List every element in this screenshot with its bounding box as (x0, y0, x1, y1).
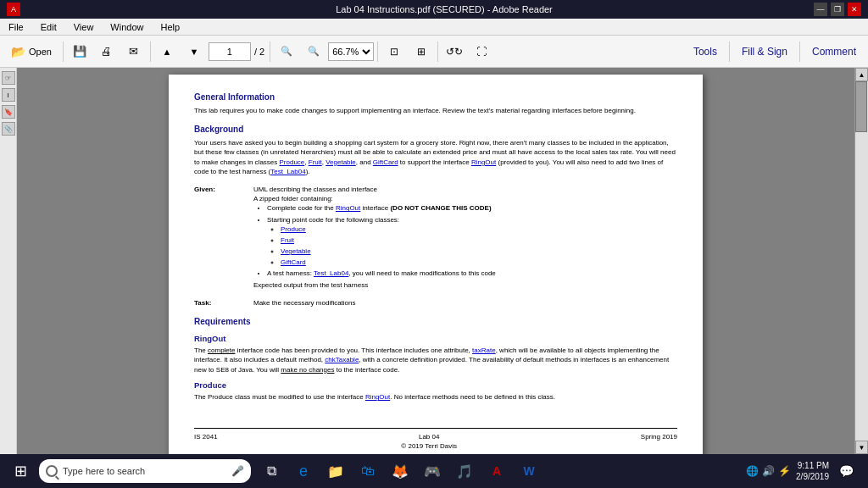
produce-link[interactable]: Produce (280, 158, 305, 166)
zoom-select[interactable]: 66.7% (328, 42, 374, 61)
giftcard-link[interactable]: GiftCard (373, 158, 398, 166)
zoom-out-button[interactable]: 🔍 (274, 39, 299, 64)
given-content: UML describing the classes and interface… (253, 185, 677, 290)
vertical-scrollbar[interactable]: ▲ ▼ (854, 68, 868, 454)
given-list: Complete code for the RingOut interface … (253, 203, 677, 278)
music-icon[interactable]: 🎵 (449, 456, 480, 486)
scroll-up-button[interactable]: ▲ (855, 68, 868, 81)
start-button[interactable]: ⊞ (3, 456, 37, 486)
ringout-link[interactable]: RingOut (471, 158, 496, 166)
background-section: Background Your users have asked you to … (194, 124, 677, 176)
given-testharness-item: A test harness: Test_Lab04, you will nee… (267, 269, 677, 278)
edge-icon[interactable]: e (288, 456, 319, 486)
taskbar: ⊞ Type here to search 🎤 ⧉ e 📁 🛍 🦊 🎮 🎵 A … (0, 454, 868, 488)
produce-ringout-link[interactable]: RingOut (365, 393, 390, 401)
close-button[interactable]: ✕ (848, 3, 861, 16)
system-clock[interactable]: 9:11 PM 2/9/2019 (796, 460, 829, 482)
firefox-icon[interactable]: 🦊 (385, 456, 415, 486)
pdf-page: General Information This lab requires yo… (169, 75, 703, 454)
toolbar-separator-5 (437, 42, 438, 62)
task-view-button[interactable]: ⧉ (256, 456, 287, 486)
chktaxable-link[interactable]: chkTaxable (325, 356, 359, 363)
given-testlab-link[interactable]: Test_Lab04 (314, 269, 348, 277)
menu-file[interactable]: File (3, 20, 29, 34)
produce-paragraph: The Produce class must be modified to us… (194, 392, 677, 402)
taskbar-icons-group: ⧉ e 📁 🛍 🦊 🎮 🎵 A W (256, 456, 544, 486)
toolbar-separator-3 (270, 42, 270, 62)
taxrate-link[interactable]: taxRate (472, 347, 496, 354)
attach-tool[interactable]: 📎 (2, 122, 15, 136)
fullscreen-button[interactable]: ⛶ (469, 39, 494, 64)
save-button[interactable]: 💾 (67, 39, 92, 64)
microphone-icon[interactable]: 🎤 (231, 465, 244, 477)
print-button[interactable]: 🖨 (94, 39, 120, 64)
prev-page-button[interactable]: ▲ (154, 39, 180, 64)
scroll-track[interactable] (855, 81, 868, 441)
background-paragraph: Your users have asked you to begin build… (194, 138, 677, 176)
file-explorer-icon[interactable]: 📁 (320, 456, 351, 486)
store-icon[interactable]: 🛍 (353, 456, 383, 486)
search-placeholder-text: Type here to search (63, 466, 226, 476)
pdf-wrapper: General Information This lab requires yo… (17, 68, 854, 454)
volume-icon[interactable]: 🔊 (762, 465, 775, 477)
network-icon[interactable]: 🌐 (746, 465, 759, 477)
clock-date: 2/9/2019 (796, 471, 829, 482)
word-icon[interactable]: W (514, 456, 544, 486)
rotate-button[interactable]: ↺↻ (442, 39, 467, 64)
ringout-nochanges: make no changes (281, 366, 334, 374)
fit-width-button[interactable]: ⊞ (409, 39, 434, 64)
zoom-in-button[interactable]: 🔍 (301, 39, 326, 64)
vegetable-link[interactable]: Vegetable (326, 158, 356, 166)
background-title: Background (194, 124, 677, 136)
email-button[interactable]: ✉ (121, 39, 147, 64)
produce-text-1: The Produce class must be modified to us… (194, 393, 365, 401)
left-panel: ☞ I 🔖 📎 (0, 68, 17, 454)
tools-button[interactable]: Tools (685, 42, 726, 62)
menu-window[interactable]: Window (105, 20, 148, 34)
fit-page-button[interactable]: ⊡ (381, 39, 407, 64)
window-title: Lab 04 Instructions.pdf (SECURED) - Adob… (75, 4, 814, 14)
ringout-text-2: interface code has been provided to you.… (235, 347, 472, 354)
steam-icon[interactable]: 🎮 (417, 456, 448, 486)
produce-text-2: . No interface methods need to be define… (390, 393, 555, 401)
bookmark-tool[interactable]: 🔖 (2, 105, 15, 119)
battery-icon[interactable]: ⚡ (778, 465, 791, 477)
general-info-text: This lab requires you to make code chang… (194, 106, 677, 115)
hand-tool[interactable]: ☞ (2, 71, 15, 85)
menu-bar: File Edit View Window Help (0, 19, 868, 36)
given-sublist: Produce Fruit Vegetable GiftCard (267, 225, 677, 268)
given-bullet-2: Starting point code for the following cl… (267, 216, 399, 224)
minimize-button[interactable]: — (814, 3, 827, 16)
testlab-link[interactable]: Test_Lab04 (270, 168, 305, 175)
menu-help[interactable]: Help (155, 20, 185, 34)
next-page-button[interactable]: ▼ (181, 39, 207, 64)
menu-view[interactable]: View (69, 20, 99, 34)
menu-edit[interactable]: Edit (36, 20, 62, 34)
adobe-icon[interactable]: A (481, 456, 512, 486)
footer-semester: Spring 2019 (641, 432, 677, 451)
toolbar-separator-4 (377, 42, 378, 62)
given-ringout-item: Complete code for the RingOut interface … (267, 203, 677, 213)
ringout-text-5: to the interface code. (334, 366, 399, 374)
page-number-input[interactable] (209, 42, 251, 61)
scroll-thumb[interactable] (855, 81, 867, 132)
select-tool[interactable]: I (2, 88, 15, 102)
title-bar: A Lab 04 Instructions.pdf (SECURED) - Ad… (0, 0, 868, 19)
scroll-down-button[interactable]: ▼ (855, 441, 868, 454)
search-icon (46, 465, 58, 477)
notification-button[interactable]: 💬 (834, 456, 858, 486)
ringout-title: RingOut (194, 333, 677, 344)
search-bar[interactable]: Type here to search 🎤 (39, 459, 251, 483)
given-ringout-link[interactable]: RingOut (336, 204, 360, 212)
subitem-produce: Produce (281, 225, 677, 234)
restore-button[interactable]: ❐ (831, 3, 844, 16)
given-label: Given: (194, 185, 253, 290)
footer-course: IS 2041 (194, 432, 218, 451)
fruit-link[interactable]: Fruit (309, 158, 322, 166)
taskbar-right: 🌐 🔊 ⚡ 9:11 PM 2/9/2019 💬 (746, 456, 865, 486)
comment-button[interactable]: Comment (804, 42, 865, 62)
clock-time: 9:11 PM (796, 460, 829, 471)
open-button[interactable]: 📂 Open (3, 39, 59, 64)
subitem-giftcard: GiftCard (281, 258, 677, 267)
fill-sign-button[interactable]: Fill & Sign (733, 42, 796, 62)
